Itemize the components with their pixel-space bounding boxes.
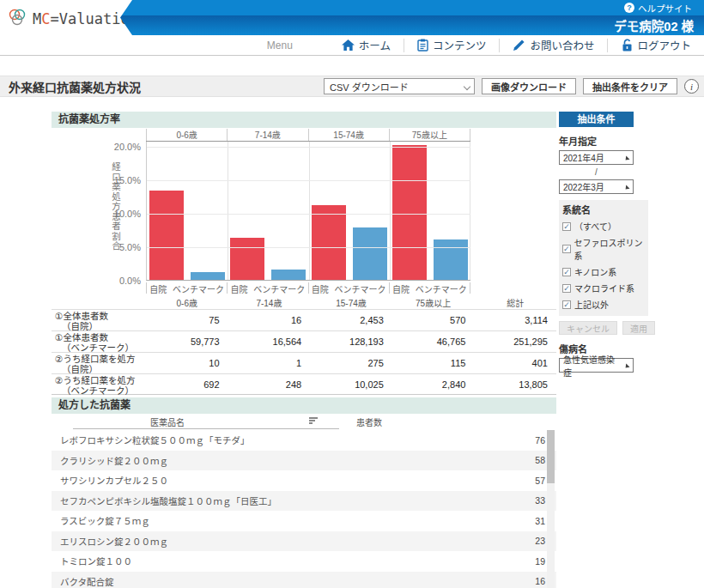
csv-download-select[interactable]: CSV ダウンロード bbox=[324, 78, 475, 94]
stats-value: 128,193 bbox=[310, 336, 392, 347]
drug-row: セフカペンピボキシル塩酸塩錠１００ｍｇ「日医工」33 bbox=[52, 491, 556, 512]
apply-button[interactable]: 適用 bbox=[622, 321, 655, 335]
nav-items: ホームコンテンツお問い合わせログアウト bbox=[329, 35, 704, 55]
account-name: デモ病院02 様 bbox=[614, 16, 694, 34]
category-checkbox-1[interactable]: ✓セファロスポリン系 bbox=[562, 236, 645, 262]
drug-list: レボフロキサシン粒状錠５００ｍｇ「モチダ」76クラリシッド錠２００ｍｇ58サワシ… bbox=[52, 430, 556, 588]
age-group-band: 0-6歳7-14歳15-74歳75歳以上 bbox=[146, 129, 470, 142]
stats-value: 46,765 bbox=[392, 336, 475, 347]
drug-name: サワシリンカプセル２５０ bbox=[60, 474, 168, 487]
drug-name-column-header[interactable]: 医薬品名 bbox=[52, 415, 283, 428]
chevron-down-icon bbox=[623, 185, 629, 191]
category-checkbox-2[interactable]: ✓キノロン系 bbox=[562, 265, 645, 278]
checkbox-checked-icon[interactable]: ✓ bbox=[562, 300, 571, 309]
category-checkbox-0[interactable]: ✓（すべて） bbox=[562, 220, 645, 233]
bar-label: ベンチマーク bbox=[334, 282, 385, 294]
chart-bar-own bbox=[312, 205, 346, 280]
patient-count-column-header[interactable]: 患者数 bbox=[300, 415, 438, 428]
age-group-label: 15-74歳 bbox=[308, 129, 389, 141]
period-to-select[interactable]: 2022年3月 bbox=[559, 179, 634, 194]
nav-item-logout[interactable]: ログアウト bbox=[607, 39, 704, 52]
checkbox-checked-icon[interactable]: ✓ bbox=[562, 222, 571, 231]
drug-row: トミロン錠１００19 bbox=[52, 551, 556, 572]
stats-table: 0-6歳7-14歳15-74歳75歳以上総計①全体患者数（自院）75162,45… bbox=[52, 296, 556, 395]
plot-right-edge bbox=[470, 142, 470, 280]
info-button[interactable]: i bbox=[684, 79, 699, 94]
chart-section-header: 抗菌薬処方率 bbox=[52, 112, 556, 128]
checkbox-checked-icon[interactable]: ✓ bbox=[562, 268, 571, 276]
chart-y-ticks: 20.0%15.0%10.0%5.0%0.0% bbox=[52, 142, 143, 281]
gridline bbox=[147, 247, 470, 248]
drug-name: クラリシッド錠２００ｍｇ bbox=[60, 454, 168, 467]
drug-patient-count: 58 bbox=[535, 455, 545, 465]
drug-name: ラスビック錠７５ｍｇ bbox=[60, 514, 150, 527]
stats-value: 570 bbox=[392, 315, 475, 325]
main-nav: Menu ホームコンテンツお問い合わせログアウト bbox=[0, 35, 704, 56]
help-strip: ? ヘルプサイト bbox=[120, 0, 704, 15]
toolbar: 外来経口抗菌薬処方状況 CSV ダウンロード 画像ダウンロード 抽出条件をクリア… bbox=[0, 76, 704, 97]
account-strip: デモ病院02 様 bbox=[120, 15, 704, 35]
scrollbar-thumb[interactable] bbox=[547, 430, 555, 483]
age-group-label: 0-6歳 bbox=[146, 129, 227, 141]
disease-select[interactable]: 急性気道感染症 bbox=[559, 358, 634, 373]
category-checkbox-4[interactable]: ✓上記以外 bbox=[562, 298, 645, 311]
drug-name: レボフロキサシン粒状錠５００ｍｇ「モチダ」 bbox=[60, 433, 250, 446]
bar-label: ベンチマーク bbox=[173, 282, 224, 294]
bar-group bbox=[309, 142, 390, 280]
nav-item-label: コンテンツ bbox=[433, 37, 487, 53]
bar-label: 自院 bbox=[231, 282, 248, 294]
stats-column-header: 15-74歳 bbox=[310, 296, 392, 309]
stats-value: 10,025 bbox=[310, 379, 392, 390]
gridline bbox=[147, 147, 470, 148]
drug-list-scrollbar[interactable] bbox=[547, 430, 555, 588]
bar-group bbox=[147, 142, 228, 280]
logo-venn-icon bbox=[7, 7, 27, 31]
stats-value: 3,114 bbox=[474, 315, 556, 325]
help-icon: ? bbox=[624, 3, 634, 13]
nav-item-contents[interactable]: コンテンツ bbox=[404, 39, 500, 52]
stats-column-header: 7-14歳 bbox=[228, 296, 311, 309]
app-header: MC=Valuation ? ヘルプサイト デモ病院02 様 bbox=[0, 0, 704, 35]
nav-item-label: お問い合わせ bbox=[530, 37, 594, 53]
period-from-select[interactable]: 2021年4月 bbox=[559, 150, 634, 165]
app-logo[interactable]: MC=Valuation bbox=[7, 7, 138, 31]
stats-row: ①全体患者数（自院）75162,4535703,114 bbox=[52, 309, 556, 330]
clear-filters-button[interactable]: 抽出条件をクリア bbox=[583, 78, 677, 94]
filter-panel-title: 抽出条件 bbox=[559, 112, 634, 127]
nav-item-home[interactable]: ホーム bbox=[329, 39, 404, 52]
bar-x-labels: 自院ベンチマーク bbox=[389, 282, 470, 294]
chart-bar-benchmark bbox=[434, 239, 468, 280]
drug-patient-count: 76 bbox=[535, 435, 545, 446]
checkbox-label: 上記以外 bbox=[574, 298, 609, 311]
checkbox-checked-icon[interactable]: ✓ bbox=[562, 284, 571, 293]
stats-value: 16,564 bbox=[228, 336, 311, 347]
category-checkbox-3[interactable]: ✓マクロライド系 bbox=[562, 282, 645, 294]
header-underline bbox=[73, 428, 339, 429]
drug-patient-count: 33 bbox=[535, 495, 545, 506]
age-group-label: 7-14歳 bbox=[227, 129, 307, 141]
help-site-link[interactable]: ヘルプサイト bbox=[638, 2, 692, 15]
pencil-icon bbox=[513, 39, 525, 52]
menu-label: Menu bbox=[267, 39, 293, 52]
gridline bbox=[147, 180, 470, 181]
image-download-button[interactable]: 画像ダウンロード bbox=[482, 78, 576, 94]
drug-name: セフカペンピボキシル塩酸塩錠１００ｍｇ「日医工」 bbox=[60, 494, 276, 507]
lock-open-icon bbox=[621, 39, 633, 52]
age-group-label: 75歳以上 bbox=[389, 129, 470, 141]
nav-item-label: ログアウト bbox=[637, 37, 691, 53]
drug-table-header: 医薬品名 患者数 bbox=[52, 415, 556, 429]
chart-bar-benchmark bbox=[191, 272, 225, 280]
cancel-button[interactable]: キャンセル bbox=[559, 321, 617, 335]
nav-item-inquiry[interactable]: お問い合わせ bbox=[499, 39, 607, 52]
drug-section-header: 処方した抗菌薬 bbox=[52, 397, 556, 414]
y-tick-label: 5.0% bbox=[119, 242, 141, 252]
stats-value: 13,805 bbox=[474, 379, 556, 390]
stats-row: ②うち経口薬を処方（自院）101275115401 bbox=[52, 352, 556, 373]
filter-sidebar: 抽出条件 年月指定 2021年4月 / 2022年3月 系統名 ✓（すべて）✓セ… bbox=[559, 112, 655, 373]
bar-group bbox=[228, 142, 308, 280]
checkbox-checked-icon[interactable]: ✓ bbox=[562, 245, 571, 253]
stats-value: 401 bbox=[474, 358, 556, 368]
drug-row: ラスビック錠７５ｍｇ31 bbox=[52, 511, 556, 531]
filter-buttons: キャンセル 適用 bbox=[559, 321, 655, 335]
stats-value: 115 bbox=[392, 358, 475, 368]
